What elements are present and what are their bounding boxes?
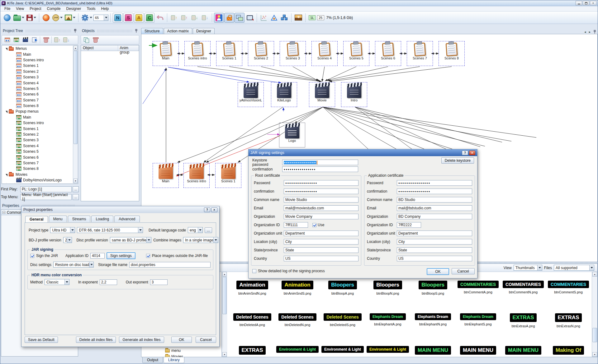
objects-list[interactable]: Object Anim group <box>81 45 139 201</box>
save-project-button[interactable] <box>26 13 37 23</box>
toggle-image-links-button[interactable] <box>235 13 244 23</box>
menu-compile[interactable]: Compile <box>44 7 64 11</box>
first-play-more-button[interactable]: ... <box>73 186 79 192</box>
graph-node-scenes-8[interactable]: Scenes 8 <box>439 41 465 66</box>
close-button[interactable]: × <box>211 208 217 212</box>
delete-keystore-button[interactable]: Delete keystore <box>441 157 474 164</box>
library-item[interactable]: Elephants DreambtnElephantA.png <box>366 313 410 326</box>
top-menu-more-button[interactable]: ... <box>73 194 79 200</box>
help-button[interactable]: ? <box>462 151 468 155</box>
storage-file-field[interactable]: dovi.properties <box>129 262 211 268</box>
library-item[interactable]: Deleted ScenesbtnDeletedS.png <box>321 313 364 327</box>
library-item[interactable]: EXTRAS <box>230 346 274 355</box>
combine-images-select[interactable]: In a single image <box>183 237 218 243</box>
library-item[interactable]: EXTRASbtnExtrasA.png <box>501 313 545 328</box>
expander-icon[interactable] <box>6 174 7 176</box>
pin-icon[interactable] <box>593 30 596 34</box>
undo-button[interactable] <box>155 13 165 23</box>
toggle-s-button[interactable]: S <box>123 13 133 23</box>
library-item[interactable]: BloopersbtnBloopS.png <box>411 281 455 295</box>
out-exponent-field[interactable]: 3 <box>150 279 168 285</box>
scrollbar-thumb[interactable] <box>222 277 227 314</box>
tree-item-scenes-3[interactable]: Scenes 3 <box>2 74 73 80</box>
scroll-up-arrow[interactable]: ▲ <box>74 46 78 50</box>
jar-build-button[interactable]: JAR <box>51 13 64 23</box>
compile-run-button[interactable] <box>2 13 12 23</box>
root-email-field[interactable]: mail@moviestudio.com <box>284 205 358 211</box>
help-button[interactable]: ? <box>204 208 210 212</box>
tab-advanced[interactable]: Advanced <box>114 216 140 222</box>
disc-settings-select[interactable]: Restore on disc load <box>53 262 94 268</box>
export-image-button[interactable] <box>64 13 76 23</box>
move-bottom-button[interactable]: ↓ <box>200 13 210 23</box>
tab-general[interactable]: General <box>25 216 48 222</box>
library-item[interactable]: MAIN MENU <box>411 346 455 355</box>
app-country-field[interactable]: US <box>397 256 472 261</box>
language-select[interactable]: eng <box>188 227 203 233</box>
tree-item-scenes-2[interactable]: Scenes 2 <box>2 69 73 74</box>
settings-button[interactable] <box>80 13 93 23</box>
bdj-profile-select[interactable]: 2 <box>63 237 72 243</box>
tree-item-dolbyatmosvisionlogo[interactable]: DolbyAtmosVisionLogo <box>2 177 73 183</box>
scroll-up-arrow[interactable]: ▲ <box>222 272 227 277</box>
tree-item-scenes-8[interactable]: Scenes 8 <box>2 166 73 171</box>
app-confirmation-field[interactable]: ●●●●●●●●●●●●●●●● <box>397 189 472 194</box>
add-menu-button[interactable] <box>3 36 11 44</box>
cancel-button[interactable]: Cancel <box>452 268 475 274</box>
graph-node-scenes-intro[interactable]: Scenes intro <box>184 41 211 66</box>
library-item[interactable]: BloopersbtnBloopN.png <box>366 281 410 295</box>
library-item[interactable]: COMMENTARIESbtnCommentS.png <box>547 281 590 294</box>
method-select[interactable]: Classic <box>45 279 69 285</box>
graph-node-scenes-intro[interactable]: Scenes intro <box>183 163 210 188</box>
tree-item-scenes-4[interactable]: Scenes 4 <box>2 143 73 149</box>
place-images-checkbox[interactable] <box>146 254 150 258</box>
tab-scroll-left-icon[interactable]: ◄ <box>584 30 586 34</box>
library-item[interactable]: BloopersbtnBloopA.png <box>321 281 364 295</box>
move-item-up-button[interactable]: ↑ <box>53 36 61 44</box>
files-select[interactable]: All supported <box>554 265 594 271</box>
zoom-level-combobox[interactable]: 65 <box>93 15 108 21</box>
root-country-field[interactable]: US <box>284 256 358 261</box>
keystore-password-field[interactable]: ●●●●●●●●●●●●●●●● <box>282 160 358 165</box>
tree-item-scenes-1[interactable]: Scenes 1 <box>2 63 73 68</box>
tab-loading[interactable]: Loading <box>91 216 113 222</box>
library-folder-menu[interactable]: menu <box>165 348 181 353</box>
statistics-button[interactable] <box>259 13 269 23</box>
library-item[interactable]: Environment & Light <box>366 346 410 353</box>
add-movie-button[interactable] <box>21 36 29 44</box>
dock-tab-library[interactable]: Library <box>164 357 184 363</box>
graph-node-main[interactable]: Main <box>153 41 179 66</box>
library-item[interactable]: EXTRASbtnExtrasN.png <box>547 313 590 328</box>
scroll-down-arrow[interactable]: ▼ <box>592 352 597 357</box>
dtr-select[interactable]: DTR 66, rate 13 625 000 <box>77 227 143 233</box>
tree-item-scenes-7[interactable]: Scenes 7 <box>2 97 73 103</box>
toggle-c-button[interactable]: C <box>145 13 154 23</box>
root-organization-id-field[interactable]: 7fff1111 <box>284 222 308 228</box>
app-state-province-field[interactable]: State <box>397 247 472 253</box>
library-item[interactable]: Environment & Light <box>276 346 319 353</box>
modules-button[interactable] <box>279 13 289 23</box>
add-popup-menu-button[interactable] <box>12 36 20 44</box>
root-location-city--field[interactable]: City <box>284 239 358 245</box>
scroll-down-arrow[interactable]: ▼ <box>222 352 227 357</box>
tree-item-scenes-6[interactable]: Scenes 6 <box>2 91 73 97</box>
project-tree-scrollbar[interactable]: ▲ ▼ <box>73 46 78 183</box>
tab-menu[interactable]: Menu <box>49 216 67 222</box>
menu-tools[interactable]: Tools <box>84 7 98 11</box>
tree-item-scenes-5[interactable]: Scenes 5 <box>2 149 73 154</box>
sign-jar-checkbox[interactable] <box>30 254 34 258</box>
move-down-button[interactable]: ↓ <box>190 13 200 23</box>
delete-index-files-button[interactable]: Delete all index files <box>76 337 116 343</box>
application-id-field[interactable]: 4014 <box>90 253 105 259</box>
app-common-name-field[interactable]: BD Studio <box>397 197 472 203</box>
tree-item-scenes-6[interactable]: Scenes 6 <box>2 154 73 160</box>
tree-item-scenes-intro[interactable]: Scenes intro <box>2 120 73 126</box>
tab-structure[interactable]: Structure <box>141 28 163 34</box>
graph-node-scenes-3[interactable]: Scenes 3 <box>280 41 306 66</box>
menu-file[interactable]: File <box>2 7 13 11</box>
tree-item-scenes-intro[interactable]: Scenes intro <box>2 57 73 63</box>
dialog-title-bar[interactable]: Project properties ? × <box>21 206 219 213</box>
app-organization-field[interactable]: BD Company <box>397 214 472 219</box>
app-email-field[interactable]: mail@bdstudio.com <box>397 205 472 211</box>
root-confirmation-field[interactable]: ●●●●●●●●●●●●●●●● <box>284 189 358 194</box>
